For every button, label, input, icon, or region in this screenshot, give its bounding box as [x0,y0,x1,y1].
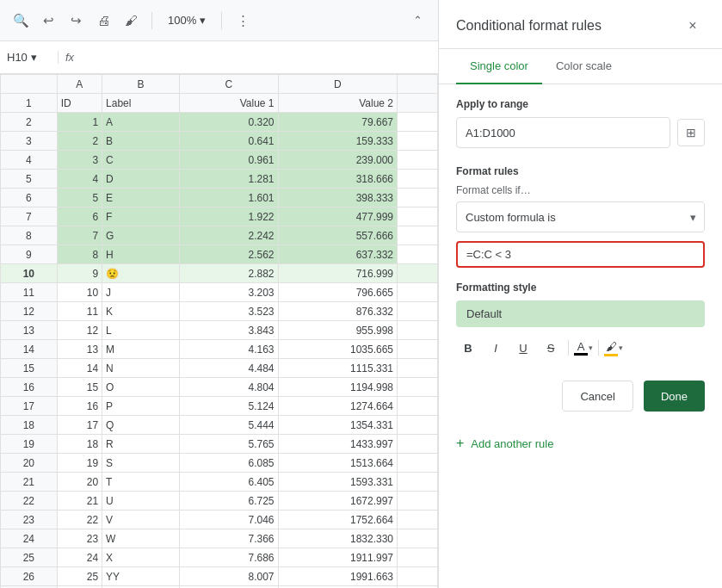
label-cell[interactable]: K [102,302,180,321]
value2-cell[interactable]: 1991.663 [278,567,398,586]
bold-button[interactable]: B [456,336,480,360]
table-row[interactable]: 109😟2.882716.999 [1,264,438,283]
value2-cell[interactable]: 955.998 [278,321,398,340]
id-cell[interactable]: 20 [57,473,102,492]
value2-cell[interactable]: 477.999 [278,207,398,226]
label-cell[interactable]: O [102,378,180,397]
label-cell[interactable]: A [102,113,180,132]
label-cell[interactable]: T [102,473,180,492]
value1-cell[interactable]: 5.124 [180,397,278,416]
id-cell[interactable]: 12 [57,321,102,340]
table-row[interactable]: 1110J3.203796.665 [1,283,438,302]
label-cell[interactable]: Q [102,416,180,435]
font-color-chevron-icon[interactable]: ▾ [589,344,593,352]
label-cell[interactable]: L [102,321,180,340]
value2-cell[interactable]: 239.000 [278,151,398,170]
value1-cell[interactable]: 6.725 [180,492,278,511]
id-cell[interactable]: 18 [57,435,102,454]
value1-cell[interactable]: 1.922 [180,207,278,226]
done-button[interactable]: Done [644,381,705,412]
id-cell[interactable]: 17 [57,416,102,435]
tab-single-color[interactable]: Single color [456,49,542,84]
table-row[interactable]: 2019S6.0851513.664 [1,454,438,473]
table-row[interactable]: 1615O4.8041194.998 [1,378,438,397]
value2-cell[interactable]: 637.332 [278,245,398,264]
value1-cell[interactable]: 0.961 [180,151,278,170]
id-cell[interactable]: 24 [57,548,102,567]
font-color-button[interactable]: A [574,341,588,356]
label-cell[interactable]: P [102,397,180,416]
label-cell[interactable]: YY [102,567,180,586]
tab-color-scale[interactable]: Color scale [542,49,626,84]
strikethrough-button[interactable]: S [539,336,563,360]
id-cell[interactable]: 8 [57,245,102,264]
id-cell[interactable]: 15 [57,378,102,397]
value2-cell[interactable]: 1593.331 [278,473,398,492]
range-grid-icon[interactable]: ⊞ [677,119,705,146]
value1-cell[interactable]: 3.523 [180,302,278,321]
search-icon[interactable]: 🔍 [10,10,31,31]
highlight-chevron-icon[interactable]: ▾ [619,344,623,352]
value2-cell[interactable]: 318.666 [278,170,398,189]
id-cell[interactable]: 21 [57,492,102,511]
table-row[interactable]: 1312L3.843955.998 [1,321,438,340]
id-cell[interactable]: 16 [57,397,102,416]
id-cell[interactable]: 13 [57,340,102,359]
label-cell[interactable]: M [102,340,180,359]
table-row[interactable]: 1716P5.1241274.664 [1,397,438,416]
table-row[interactable]: 2120T6.4051593.331 [1,473,438,492]
value2-cell[interactable]: 1035.665 [278,340,398,359]
table-row[interactable]: 54D1.281318.666 [1,170,438,189]
value2-cell[interactable]: 716.999 [278,264,398,283]
id-cell[interactable]: 19 [57,454,102,473]
table-row[interactable]: 98H2.562637.332 [1,245,438,264]
id-cell[interactable]: 7 [57,226,102,245]
table-row[interactable]: 32B0.641159.333 [1,132,438,151]
label-cell[interactable]: N [102,359,180,378]
id-cell[interactable]: 14 [57,359,102,378]
header-cell[interactable]: Value 1 [180,94,278,113]
table-row[interactable]: 2423W7.3661832.330 [1,529,438,548]
undo-icon[interactable]: ↩ [38,10,59,31]
value2-cell[interactable]: 1433.997 [278,435,398,454]
value2-cell[interactable]: 79.667 [278,113,398,132]
table-row[interactable]: 65E1.601398.333 [1,189,438,207]
table-row[interactable]: 1918R5.7651433.997 [1,435,438,454]
table-row[interactable]: 1817Q5.4441354.331 [1,416,438,435]
label-cell[interactable]: C [102,151,180,170]
value2-cell[interactable]: 1115.331 [278,359,398,378]
label-cell[interactable]: E [102,189,180,207]
highlight-button[interactable]: 🖌 [604,340,618,356]
col-header-c[interactable]: C [180,75,278,94]
value1-cell[interactable]: 5.765 [180,435,278,454]
id-cell[interactable]: 1 [57,113,102,132]
label-cell[interactable]: X [102,548,180,567]
value2-cell[interactable]: 1672.997 [278,492,398,511]
add-rule-button[interactable]: + Add another rule [456,429,705,458]
value2-cell[interactable]: 1274.664 [278,397,398,416]
id-cell[interactable]: 22 [57,511,102,529]
id-cell[interactable]: 10 [57,283,102,302]
value1-cell[interactable]: 2.562 [180,245,278,264]
id-cell[interactable]: 3 [57,151,102,170]
table-row[interactable]: 2524X7.6861911.997 [1,548,438,567]
value1-cell[interactable]: 6.405 [180,473,278,492]
table-row[interactable]: 2322V7.0461752.664 [1,511,438,529]
value2-cell[interactable]: 398.333 [278,189,398,207]
table-row[interactable]: 1211K3.523876.332 [1,302,438,321]
value1-cell[interactable]: 1.281 [180,170,278,189]
label-cell[interactable]: G [102,226,180,245]
value1-cell[interactable]: 3.843 [180,321,278,340]
label-cell[interactable]: 😟 [102,264,180,283]
cancel-button[interactable]: Cancel [562,381,633,412]
value2-cell[interactable]: 1354.331 [278,416,398,435]
cell-ref-dropdown-icon[interactable]: ▾ [31,51,37,64]
label-cell[interactable]: H [102,245,180,264]
header-cell[interactable]: Label [102,94,180,113]
table-row[interactable]: 2221U6.7251672.997 [1,492,438,511]
id-cell[interactable]: 11 [57,302,102,321]
value1-cell[interactable]: 4.804 [180,378,278,397]
value1-cell[interactable]: 2.242 [180,226,278,245]
id-cell[interactable]: 23 [57,529,102,548]
col-header-a[interactable]: A [57,75,102,94]
